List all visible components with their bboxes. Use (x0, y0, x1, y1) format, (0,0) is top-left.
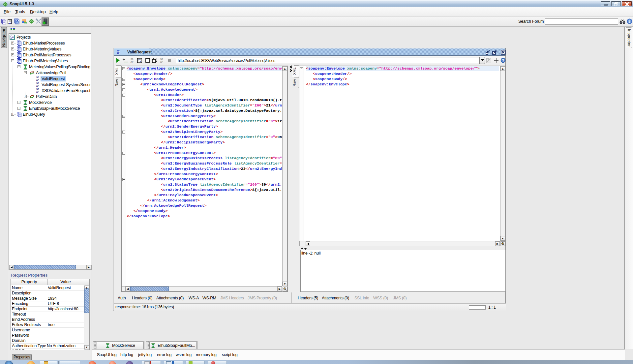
svg-text:?: ? (502, 58, 504, 62)
svg-text:?: ? (629, 19, 631, 23)
